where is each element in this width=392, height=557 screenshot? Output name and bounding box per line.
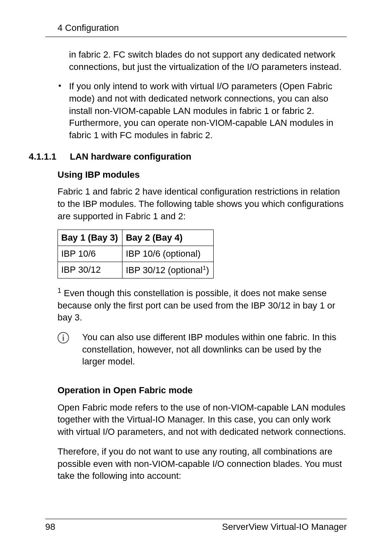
page: 4 Configuration in fabric 2. FC switch b…	[0, 0, 392, 557]
subheading-using-ibp: Using IBP modules	[58, 169, 347, 181]
footer-rule	[45, 519, 347, 519]
footer-line: 98 ServerView Virtual-IO Manager	[45, 522, 347, 532]
subheading-open-fabric: Operation in Open Fabric mode	[58, 384, 347, 397]
table-header-bay1: Bay 1 (Bay 3)	[58, 230, 122, 246]
running-head: 4 Configuration	[58, 23, 347, 33]
footnote: 1 Even though this constellation is poss…	[58, 286, 347, 324]
paragraph-open-fabric-2: Therefore, if you do not want to use any…	[58, 446, 347, 482]
bullet-text: If you only intend to work with virtual …	[69, 81, 333, 140]
footnote-text: Even though this constellation is possib…	[58, 288, 335, 323]
paragraph-fabric2-cont: in fabric 2. FC switch blades do not sup…	[58, 49, 347, 73]
section-number: 4.1.1.1	[29, 151, 70, 163]
table-row: IBP 10/6 IBP 10/6 (optional)	[58, 246, 214, 262]
section-title: LAN hardware configuration	[70, 151, 347, 163]
content-area: in fabric 2. FC switch blades do not sup…	[58, 49, 347, 482]
paragraph-open-fabric-1: Open Fabric mode refers to the use of no…	[58, 402, 347, 438]
table-header-row: Bay 1 (Bay 3) Bay 2 (Bay 4)	[58, 230, 214, 246]
bullet-item-open-fabric: If you only intend to work with virtual …	[58, 80, 347, 141]
bullet-list: If you only intend to work with virtual …	[58, 80, 347, 141]
doc-title: ServerView Virtual-IO Manager	[222, 522, 347, 532]
page-number: 98	[45, 522, 55, 532]
table-cell-bay2: IBP 30/12 (optional1)	[122, 262, 214, 278]
info-note-text: You can also use different IBP modules w…	[82, 331, 347, 368]
table-cell-bay1: IBP 30/12	[58, 262, 122, 278]
info-icon: i	[58, 331, 82, 343]
info-note: i You can also use different IBP modules…	[58, 331, 347, 368]
table-cell-bay1: IBP 10/6	[58, 246, 122, 262]
table-cell-bay2: IBP 10/6 (optional)	[122, 246, 214, 262]
header-rule	[45, 37, 347, 37]
info-icon-glyph: i	[58, 332, 69, 343]
section-heading: 4.1.1.1 LAN hardware configuration	[29, 151, 347, 163]
footnote-marker: 1	[58, 287, 61, 294]
footer: 98 ServerView Virtual-IO Manager	[45, 519, 347, 532]
table-row: IBP 30/12 IBP 30/12 (optional1)	[58, 262, 214, 278]
paragraph-ibp-intro: Fabric 1 and fabric 2 have identical con…	[58, 186, 347, 222]
table-header-bay2: Bay 2 (Bay 4)	[122, 230, 214, 246]
ibp-config-table: Bay 1 (Bay 3) Bay 2 (Bay 4) IBP 10/6 IBP…	[58, 230, 214, 278]
